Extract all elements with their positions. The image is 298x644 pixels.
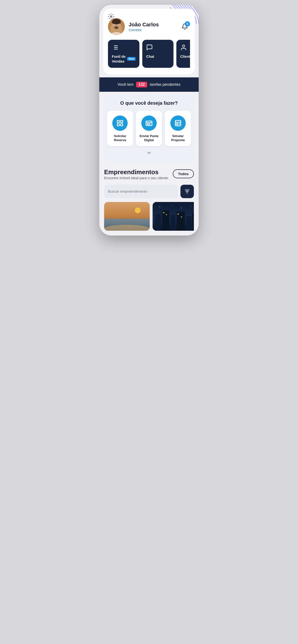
notification-badge: 0	[185, 21, 190, 26]
profile-info: João Carlos Corretor	[129, 22, 176, 32]
phone-container: João Carlos Corretor 0	[99, 5, 199, 236]
profile-row: João Carlos Corretor 0	[108, 16, 190, 35]
pending-banner: Você tem 132 tarefas pendentes	[99, 78, 199, 92]
chevron-down-icon	[146, 150, 152, 157]
property-cards-row	[104, 202, 194, 236]
svg-point-9	[117, 25, 118, 26]
svg-point-20	[183, 45, 185, 47]
svg-point-37	[135, 208, 140, 213]
empreendimentos-section: Empreendimentos Encontre imóvel ideal pa…	[99, 163, 199, 236]
svg-rect-49	[178, 214, 179, 215]
pending-suffix: tarefas pendentes	[150, 82, 181, 86]
svg-rect-48	[166, 214, 167, 215]
search-wrapper[interactable]	[104, 185, 178, 198]
svg-point-53	[181, 208, 182, 208]
header-card: João Carlos Corretor 0	[103, 8, 195, 74]
what-title: O que você deseja fazer?	[107, 100, 191, 106]
action-enviar-pasta[interactable]: Enviar Pasta Digital	[136, 111, 162, 146]
enviar-pasta-label: Enviar Pasta Digital	[139, 134, 159, 142]
svg-rect-41	[155, 214, 161, 231]
property-card-city[interactable]	[153, 202, 194, 231]
svg-rect-28	[121, 124, 123, 126]
filter-button[interactable]	[181, 185, 194, 198]
quick-action-chat[interactable]: Chat	[142, 40, 174, 68]
svg-rect-46	[192, 213, 194, 231]
enviar-pasta-icon	[141, 116, 157, 131]
svg-point-52	[172, 205, 172, 206]
svg-point-30	[147, 124, 148, 124]
funil-label: Funil deVendas	[112, 54, 126, 64]
profile-role: Corretor	[129, 28, 176, 32]
property-card-beach[interactable]	[104, 202, 150, 231]
simular-proposta-label: Simular Proposta	[168, 134, 188, 142]
pending-prefix: Você tem	[117, 82, 134, 86]
funil-icon	[112, 44, 118, 52]
svg-rect-47	[163, 212, 164, 213]
notification-button[interactable]: 0	[180, 21, 190, 32]
search-input[interactable]	[108, 189, 174, 193]
solicitar-reserva-label: Solicitar Reserva	[110, 134, 130, 142]
todos-button[interactable]: Todos	[173, 170, 194, 178]
svg-point-8	[114, 25, 115, 26]
profile-name: João Carlos	[129, 22, 176, 28]
chevron-down-row[interactable]	[107, 150, 191, 157]
chat-icon	[146, 44, 153, 52]
action-grid: Solicitar Reserva Enviar Pasta Digital	[107, 111, 191, 146]
clientes-icon	[180, 44, 187, 52]
svg-rect-45	[186, 216, 192, 231]
empreendimentos-title: Empreendimentos	[104, 168, 169, 176]
beta-badge: Beta	[127, 57, 136, 60]
what-section: O que você deseja fazer? Solicitar Reser…	[103, 95, 195, 163]
search-row	[104, 185, 194, 198]
empreendimentos-header: Empreendimentos Encontre imóvel ideal pa…	[104, 168, 194, 184]
solicitar-reserva-icon	[112, 116, 128, 131]
svg-rect-38	[104, 218, 150, 219]
pending-count: 132	[136, 82, 147, 88]
svg-rect-42	[162, 210, 169, 231]
svg-rect-26	[121, 120, 123, 123]
svg-point-0	[110, 16, 112, 18]
svg-rect-43	[171, 215, 175, 231]
action-simular-proposta[interactable]: Simular Proposta	[165, 111, 191, 146]
svg-rect-50	[181, 216, 182, 218]
empreendimentos-subtitle: Encontre imóvel ideal para o seu cliente…	[104, 176, 169, 180]
svg-rect-25	[117, 120, 119, 123]
clientes-label: Clientes	[180, 54, 190, 59]
simular-proposta-icon	[170, 116, 186, 131]
svg-rect-5	[112, 22, 121, 24]
empreendimentos-title-group: Empreendimentos Encontre imóvel ideal pa…	[104, 168, 169, 184]
quick-action-funil[interactable]: Funil deVendas Beta	[108, 40, 139, 68]
svg-rect-31	[175, 120, 181, 126]
svg-point-54	[191, 206, 191, 206]
quick-actions-row: Funil deVendas Beta Chat	[108, 40, 190, 69]
chat-label: Chat	[146, 54, 154, 59]
svg-point-12	[114, 26, 118, 29]
action-solicitar-reserva[interactable]: Solicitar Reserva	[107, 111, 133, 146]
funil-label-row: Funil deVendas Beta	[112, 54, 135, 64]
svg-point-51	[160, 206, 160, 207]
svg-rect-27	[117, 124, 119, 126]
content-scroll: João Carlos Corretor 0	[99, 5, 199, 236]
quick-action-clientes[interactable]: Clientes	[176, 40, 190, 68]
settings-button[interactable]	[108, 14, 114, 21]
